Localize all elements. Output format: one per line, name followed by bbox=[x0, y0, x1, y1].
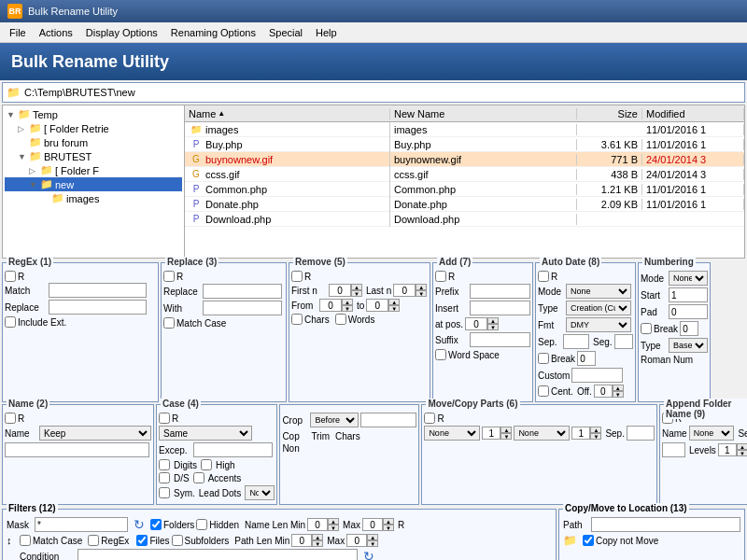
type-select[interactable]: Creation (Cur bbox=[566, 301, 631, 315]
filter-mask-input[interactable] bbox=[35, 517, 128, 532]
last-n-up[interactable]: ▲ bbox=[416, 284, 427, 290]
menu-actions[interactable]: Actions bbox=[34, 25, 78, 40]
file-list[interactable]: Name ▲ New Name Size Modified 📁 images i… bbox=[185, 105, 744, 258]
max2-up[interactable]: ▲ bbox=[367, 534, 378, 540]
af-name-select[interactable]: None bbox=[689, 426, 735, 441]
prefix-input[interactable] bbox=[470, 284, 530, 299]
word-space-checkbox[interactable] bbox=[435, 349, 446, 360]
af-levels-input[interactable] bbox=[718, 443, 737, 456]
ds-checkbox[interactable] bbox=[159, 472, 170, 483]
match-case-checkbox[interactable] bbox=[163, 317, 175, 329]
regex-include-ext-checkbox[interactable] bbox=[5, 316, 16, 328]
menu-file[interactable]: File bbox=[4, 25, 32, 40]
filter-folders-checkbox[interactable] bbox=[150, 519, 162, 530]
sep-input[interactable] bbox=[563, 334, 589, 349]
regex-replace-input[interactable] bbox=[49, 300, 147, 315]
copymove-path-input[interactable] bbox=[591, 517, 740, 532]
to-input[interactable] bbox=[366, 299, 388, 312]
movecopy-num2[interactable] bbox=[571, 427, 590, 440]
to-up[interactable]: ▲ bbox=[388, 299, 400, 305]
from-down[interactable]: ▼ bbox=[342, 305, 353, 312]
seg-input[interactable] bbox=[614, 334, 633, 349]
filter-refresh-icon[interactable]: ↻ bbox=[134, 517, 145, 532]
words-checkbox[interactable] bbox=[335, 314, 346, 325]
file-row[interactable]: P Common.php Common.php 1.21 KB 11/01/20… bbox=[185, 182, 744, 197]
off-up[interactable]: ▲ bbox=[613, 385, 624, 391]
off-input[interactable] bbox=[594, 385, 613, 398]
filter-matchcase-checkbox[interactable] bbox=[20, 535, 31, 546]
to-down[interactable]: ▼ bbox=[388, 305, 400, 312]
regex-match-input[interactable] bbox=[49, 283, 147, 298]
file-row[interactable]: 📁 images images 11/01/2016 1 bbox=[185, 122, 744, 137]
tree-item[interactable]: ▼ 📁 Temp bbox=[5, 107, 182, 121]
cent-checkbox[interactable] bbox=[538, 385, 549, 397]
num-start-input[interactable] bbox=[669, 287, 708, 302]
menu-special[interactable]: Special bbox=[263, 25, 308, 40]
break-input[interactable] bbox=[577, 351, 596, 366]
tree-item-selected[interactable]: ▼ 📁 new bbox=[5, 177, 182, 191]
fmt-select[interactable]: DMY bbox=[566, 317, 631, 332]
last-n-down[interactable]: ▼ bbox=[416, 290, 427, 297]
mc-sep-input[interactable] bbox=[627, 426, 655, 441]
movecopy-num1[interactable] bbox=[482, 427, 500, 440]
custom-input[interactable] bbox=[571, 368, 623, 383]
col-name[interactable]: Name ▲ bbox=[185, 108, 390, 119]
plm-down[interactable]: ▼ bbox=[312, 540, 323, 547]
filter-namelenmin-input[interactable] bbox=[307, 518, 328, 531]
at-pos-down[interactable]: ▼ bbox=[487, 324, 499, 330]
nlm-down[interactable]: ▼ bbox=[328, 525, 339, 531]
crop-select[interactable]: Before bbox=[310, 413, 359, 427]
from-input[interactable] bbox=[319, 299, 342, 312]
col-newname[interactable]: New Name bbox=[390, 108, 577, 119]
name-text-input[interactable] bbox=[5, 442, 149, 457]
tree-item[interactable]: 📁 images bbox=[5, 191, 182, 205]
af-sep-input[interactable] bbox=[662, 442, 685, 457]
case-select[interactable]: Same bbox=[159, 426, 252, 441]
at-pos-up[interactable]: ▲ bbox=[487, 317, 499, 324]
file-row-selected[interactable]: G buynownew.gif buynownew.gif 771 B 24/0… bbox=[185, 152, 744, 167]
num-type-select[interactable]: Base bbox=[669, 338, 708, 353]
movecopy-checkbox[interactable] bbox=[424, 413, 435, 424]
col-size[interactable]: Size bbox=[577, 108, 642, 119]
at-pos-input[interactable] bbox=[465, 317, 487, 330]
from-up[interactable]: ▲ bbox=[342, 299, 353, 305]
last-n-input[interactable] bbox=[393, 284, 416, 297]
sym-checkbox[interactable] bbox=[159, 487, 170, 498]
filter-files-checkbox[interactable] bbox=[136, 535, 148, 546]
menu-help[interactable]: Help bbox=[310, 25, 343, 40]
tree-item[interactable]: 📁 bru forum bbox=[5, 135, 182, 149]
filter-regex-checkbox[interactable] bbox=[88, 535, 99, 546]
plm-up[interactable]: ▲ bbox=[312, 534, 323, 540]
max-down[interactable]: ▼ bbox=[383, 525, 394, 531]
col-modified[interactable]: Modified bbox=[642, 108, 744, 119]
menu-renaming[interactable]: Renaming Options bbox=[165, 25, 261, 40]
replace-checkbox[interactable] bbox=[163, 271, 175, 282]
filter-max-input[interactable] bbox=[362, 518, 383, 531]
accents-checkbox[interactable] bbox=[193, 472, 204, 483]
filter-subfolders-checkbox[interactable] bbox=[172, 535, 183, 546]
first-n-input[interactable] bbox=[329, 284, 351, 297]
regex-checkbox[interactable] bbox=[5, 271, 16, 282]
af-down[interactable]: ▼ bbox=[737, 450, 747, 456]
max-up[interactable]: ▲ bbox=[383, 518, 394, 525]
num-break-input[interactable] bbox=[680, 321, 698, 336]
autodate-checkbox[interactable] bbox=[538, 271, 549, 282]
replace-input[interactable] bbox=[203, 284, 282, 299]
copymove-copynotmove-checkbox[interactable] bbox=[583, 535, 594, 546]
first-n-down[interactable]: ▼ bbox=[351, 290, 362, 297]
num-pad-input[interactable] bbox=[669, 304, 708, 319]
condition-refresh-icon[interactable]: ↻ bbox=[363, 549, 374, 560]
first-n-up[interactable]: ▲ bbox=[351, 284, 362, 290]
insert-input[interactable] bbox=[470, 301, 530, 315]
chars-checkbox[interactable] bbox=[291, 314, 303, 325]
tree-item[interactable]: ▷ 📁 [ Folder F bbox=[5, 163, 182, 177]
name-checkbox[interactable] bbox=[5, 413, 16, 424]
file-row[interactable]: P Download.php Download.php bbox=[185, 212, 744, 227]
with-input[interactable] bbox=[203, 301, 282, 315]
mc-up2[interactable]: ▲ bbox=[590, 427, 601, 433]
case-checkbox[interactable] bbox=[159, 413, 170, 424]
digits-checkbox[interactable] bbox=[159, 459, 170, 470]
filter-pathlenmin-input[interactable] bbox=[291, 534, 312, 547]
remove-checkbox[interactable] bbox=[291, 271, 303, 282]
crop-input[interactable] bbox=[360, 413, 416, 427]
